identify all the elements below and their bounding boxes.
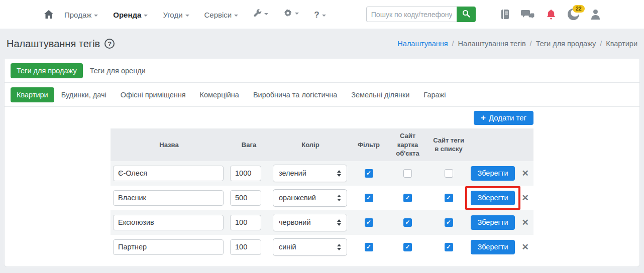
arrow-up-icon bbox=[337, 195, 341, 197]
tag-name-input[interactable] bbox=[113, 166, 224, 181]
filter-checkbox[interactable]: ✓ bbox=[365, 169, 373, 178]
breadcrumb-item: Теги для продажу bbox=[536, 40, 596, 48]
nav-item-gear[interactable] bbox=[283, 9, 299, 18]
column-header-empty bbox=[469, 142, 517, 148]
delete-icon[interactable]: ✕ bbox=[521, 193, 528, 203]
tag-weight-input[interactable] bbox=[230, 166, 261, 181]
site-list-checkbox[interactable]: ✓ bbox=[445, 218, 453, 227]
home-icon[interactable] bbox=[44, 10, 53, 19]
arrow-down-icon bbox=[337, 248, 341, 250]
filter-checkbox[interactable]: ✓ bbox=[365, 194, 373, 202]
gear-icon bbox=[283, 9, 292, 18]
nav-item-1[interactable]: Оренда bbox=[113, 11, 148, 19]
delete-icon[interactable]: ✕ bbox=[521, 242, 528, 252]
color-select[interactable]: червоний bbox=[273, 214, 347, 231]
delete-cell: ✕ bbox=[517, 217, 533, 228]
tab-Теги для оренди[interactable]: Теги для оренди bbox=[90, 67, 146, 75]
category-tab-Виробнича та логістична[interactable]: Виробнича та логістична bbox=[253, 91, 337, 99]
delete-icon[interactable]: ✕ bbox=[521, 168, 528, 179]
table-row: червоний✓✓✓Зберегти✕ bbox=[111, 210, 533, 235]
site-list-checkbox[interactable]: ✓ bbox=[445, 194, 453, 202]
save-button[interactable]: Зберегти bbox=[471, 215, 514, 230]
color-cell: зелений bbox=[270, 165, 351, 182]
column-header: Вага bbox=[228, 138, 270, 153]
name-cell bbox=[111, 239, 228, 255]
site-card-checkbox[interactable] bbox=[403, 169, 412, 178]
save-button[interactable]: Зберегти bbox=[471, 240, 514, 254]
breadcrumb-item[interactable]: Налаштування bbox=[397, 40, 448, 48]
nav-item-2[interactable]: Угоди bbox=[163, 11, 189, 19]
weight-cell bbox=[228, 190, 270, 206]
tag-weight-input[interactable] bbox=[230, 239, 261, 255]
nav-item-3[interactable]: Сервіси bbox=[204, 11, 239, 19]
chevron-down-icon bbox=[295, 13, 299, 15]
chat-icon[interactable] bbox=[521, 9, 534, 20]
category-tab-Гаражі[interactable]: Гаражі bbox=[423, 91, 446, 99]
save-button[interactable]: Зберегти bbox=[471, 166, 514, 181]
site-list-checkbox[interactable]: ✓ bbox=[445, 243, 453, 251]
help-icon[interactable]: ? bbox=[104, 39, 115, 49]
arrow-down-icon bbox=[337, 223, 341, 226]
save-button[interactable]: Зберегти bbox=[471, 191, 514, 205]
color-select-value: зелений bbox=[279, 169, 306, 177]
weight-cell bbox=[228, 239, 270, 255]
breadcrumb-separator: / bbox=[600, 40, 602, 48]
filter-checkbox[interactable]: ✓ bbox=[365, 218, 373, 227]
color-select[interactable]: синій bbox=[273, 238, 347, 256]
category-tab-Земельні ділянки[interactable]: Земельні ділянки bbox=[351, 91, 409, 99]
save-button-wrap: Зберегти bbox=[471, 191, 514, 205]
site-card-checkbox[interactable]: ✓ bbox=[403, 194, 412, 202]
site-list-cell: ✓ bbox=[428, 218, 469, 227]
tag-weight-input[interactable] bbox=[230, 190, 261, 206]
site-card-cell: ✓ bbox=[387, 218, 428, 227]
chevron-down-icon bbox=[144, 15, 148, 17]
user-profile-icon[interactable] bbox=[591, 9, 600, 20]
wrench-icon bbox=[253, 9, 262, 18]
tasks-indicator-icon[interactable]: 22 bbox=[568, 9, 579, 20]
save-cell: Зберегти bbox=[469, 166, 517, 181]
tag-name-input[interactable] bbox=[113, 190, 224, 206]
delete-icon[interactable]: ✕ bbox=[521, 217, 528, 228]
chevron-down-icon bbox=[234, 15, 238, 17]
filter-cell: ✓ bbox=[351, 169, 387, 178]
tag-name-input[interactable] bbox=[113, 215, 224, 230]
site-list-checkbox[interactable] bbox=[445, 169, 453, 178]
category-tab-Квартири[interactable]: Квартири bbox=[11, 87, 54, 102]
table-row: зелений✓Зберегти✕ bbox=[111, 161, 533, 186]
category-tab-Будинки, дачі[interactable]: Будинки, дачі bbox=[61, 91, 106, 99]
journal-icon[interactable] bbox=[501, 9, 509, 20]
tags-content: + Додати тег НазваВагаКолірФільтрСайт ка… bbox=[111, 111, 533, 259]
search-input[interactable] bbox=[366, 7, 457, 22]
color-select[interactable]: оранжевий bbox=[273, 189, 347, 207]
tag-name-input[interactable] bbox=[113, 239, 224, 255]
filter-checkbox[interactable]: ✓ bbox=[365, 243, 373, 251]
column-header-empty bbox=[517, 142, 533, 148]
chevron-down-icon bbox=[94, 15, 98, 17]
arrow-down-icon bbox=[337, 199, 341, 201]
color-cell: червоний bbox=[270, 214, 351, 231]
top-navigation-bar: ПродажОрендаУгодиСервіси? 22 bbox=[0, 0, 644, 29]
search-button[interactable] bbox=[457, 7, 476, 22]
notifications-bell-icon[interactable] bbox=[546, 9, 556, 20]
color-cell: оранжевий bbox=[270, 189, 351, 207]
site-list-cell bbox=[428, 169, 469, 178]
color-select[interactable]: зелений bbox=[273, 165, 347, 182]
breadcrumb-separator: / bbox=[452, 40, 454, 48]
delete-cell: ✕ bbox=[517, 168, 533, 179]
category-tab-Комерційна[interactable]: Комерційна bbox=[200, 91, 239, 99]
nav-item-0[interactable]: Продаж bbox=[64, 11, 98, 19]
site-card-checkbox[interactable]: ✓ bbox=[403, 243, 412, 251]
add-tag-button[interactable]: + Додати тег bbox=[474, 111, 533, 125]
category-tab-Офісні приміщення[interactable]: Офісні приміщення bbox=[121, 91, 186, 99]
tag-weight-input[interactable] bbox=[230, 215, 261, 230]
breadcrumb-item: Квартири bbox=[606, 40, 637, 48]
page-title-text: Налаштування тегів bbox=[7, 38, 100, 50]
breadcrumb-item: Налаштування тегів bbox=[458, 40, 526, 48]
site-card-checkbox[interactable]: ✓ bbox=[403, 218, 412, 227]
tab-Теги для продажу[interactable]: Теги для продажу bbox=[11, 63, 83, 78]
weight-cell bbox=[228, 215, 270, 230]
nav-item-label: Продаж bbox=[64, 11, 91, 19]
nav-item-6[interactable]: ? bbox=[314, 10, 326, 20]
arrow-down-icon bbox=[337, 174, 341, 177]
nav-item-wrench[interactable] bbox=[253, 9, 268, 18]
